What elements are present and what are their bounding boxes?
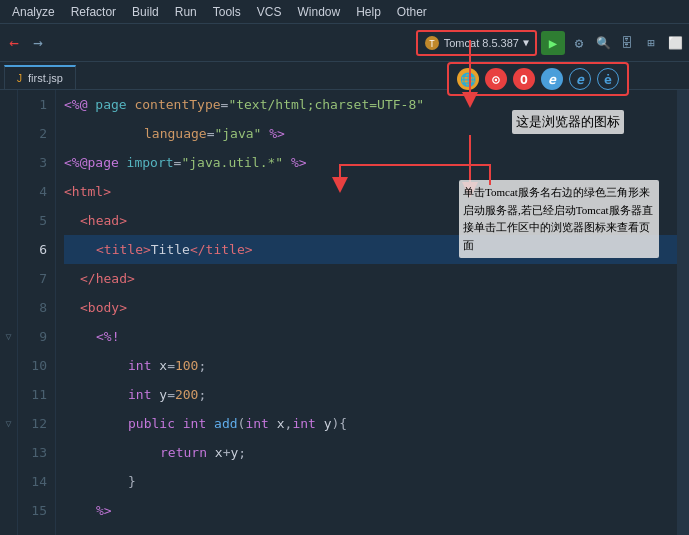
- line-numbers: 1 2 3 4 5 6 7 8 9 10 11 12 13 14 15: [18, 90, 56, 535]
- menu-bar: Analyze Refactor Build Run Tools VCS Win…: [0, 0, 689, 24]
- code-line-13: return x + y ;: [64, 438, 677, 467]
- run-button[interactable]: ▶: [541, 31, 565, 55]
- fold-icon-9[interactable]: ▽: [5, 331, 11, 342]
- code-line-8: <body>: [64, 293, 677, 322]
- menu-build[interactable]: Build: [124, 3, 167, 21]
- settings-icon[interactable]: ⚙: [569, 33, 589, 53]
- code-line-2: language = "java" %>: [64, 119, 677, 148]
- gutter-line-4: [0, 177, 17, 206]
- menu-help[interactable]: Help: [348, 3, 389, 21]
- menu-other[interactable]: Other: [389, 3, 435, 21]
- maximize-icon[interactable]: ⬜: [665, 33, 685, 53]
- toolbar: ← → T Tomcat 8.5.387 ▼ ▶ ⚙ 🔍 🗄 ⊞ ⬜: [0, 24, 689, 62]
- scrollbar-right[interactable]: [677, 90, 689, 535]
- gutter-line-11: [0, 380, 17, 409]
- chrome-icon[interactable]: 🌐: [457, 68, 479, 90]
- gutter-line-7: [0, 264, 17, 293]
- code-line-3: <%@page import = "java.util.*" %>: [64, 148, 677, 177]
- browser-icons-box: 🌐 ⊙ O e e ė: [447, 62, 629, 96]
- dropdown-arrow-icon[interactable]: ▼: [523, 37, 529, 48]
- gutter-line-1: [0, 90, 17, 119]
- gutter-line-9: ▽: [0, 322, 17, 351]
- menu-tools[interactable]: Tools: [205, 3, 249, 21]
- back-button[interactable]: ←: [4, 33, 24, 53]
- search-icon[interactable]: 🔍: [593, 33, 613, 53]
- code-line-7: </head>: [64, 264, 677, 293]
- menu-refactor[interactable]: Refactor: [63, 3, 124, 21]
- code-line-10: int x = 100 ;: [64, 351, 677, 380]
- code-line-11: int y = 200 ;: [64, 380, 677, 409]
- edge-old-icon[interactable]: e: [541, 68, 563, 90]
- gutter-line-10: [0, 351, 17, 380]
- gutter-line-5: [0, 206, 17, 235]
- layout-icon[interactable]: ⊞: [641, 33, 661, 53]
- fold-icon-12[interactable]: ▽: [5, 418, 11, 429]
- tomcat-icon: T: [424, 35, 440, 51]
- gutter-line-2: [0, 119, 17, 148]
- menu-vcs[interactable]: VCS: [249, 3, 290, 21]
- firefox-icon[interactable]: ⊙: [485, 68, 507, 90]
- forward-button[interactable]: →: [28, 33, 48, 53]
- database-icon[interactable]: 🗄: [617, 33, 637, 53]
- sidebar-gutter: ▽ ▽: [0, 90, 18, 535]
- code-line-15: %>: [64, 496, 677, 525]
- run-config-label: Tomcat 8.5.387: [444, 37, 519, 49]
- gutter-line-12: ▽: [0, 409, 17, 438]
- gutter-line-6: [0, 235, 17, 264]
- ie-icon[interactable]: e: [569, 68, 591, 90]
- menu-window[interactable]: Window: [289, 3, 348, 21]
- code-line-9: <%!: [64, 322, 677, 351]
- menu-analyze[interactable]: Analyze: [4, 3, 63, 21]
- code-line-12: public int add ( int x , int y ){: [64, 409, 677, 438]
- edge-new-icon[interactable]: ė: [597, 68, 619, 90]
- gutter-line-3: [0, 148, 17, 177]
- editor-area: ▽ ▽ 1 2 3 4 5 6 7 8 9 10 11 12 13 14 15 …: [0, 90, 689, 535]
- tab-filename: first.jsp: [28, 72, 63, 84]
- menu-run[interactable]: Run: [167, 3, 205, 21]
- code-line-14: }: [64, 467, 677, 496]
- gutter-line-8: [0, 293, 17, 322]
- gutter-line-15: [0, 496, 17, 525]
- code-area[interactable]: <%@ page contentType = "text/html;charse…: [56, 90, 677, 535]
- opera-icon[interactable]: O: [513, 68, 535, 90]
- tab-first-jsp[interactable]: J first.jsp: [4, 65, 76, 89]
- code-line-5: <head>: [64, 206, 677, 235]
- gutter-line-14: [0, 467, 17, 496]
- svg-text:T: T: [429, 39, 435, 49]
- jsp-file-icon: J: [17, 73, 22, 84]
- code-line-4: <html>: [64, 177, 677, 206]
- run-config-box: T Tomcat 8.5.387 ▼: [416, 30, 537, 56]
- gutter-line-13: [0, 438, 17, 467]
- code-line-6: <title>Title</title>: [64, 235, 677, 264]
